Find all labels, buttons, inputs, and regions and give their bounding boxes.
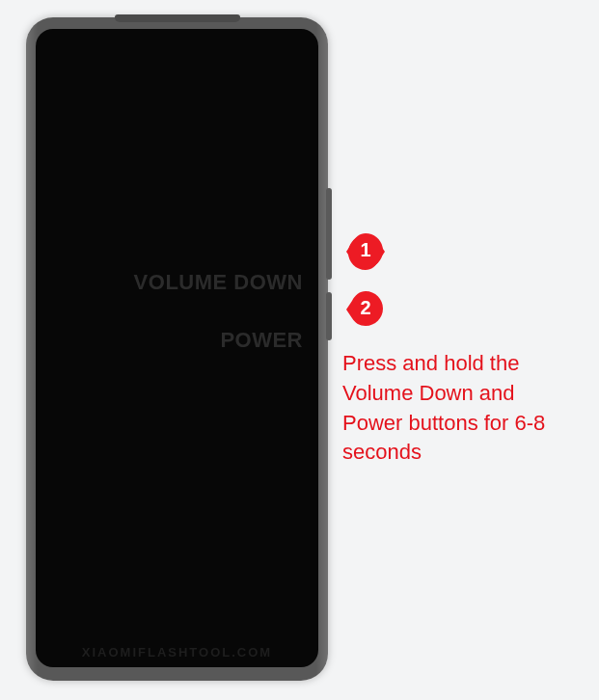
power-button-side <box>326 292 332 340</box>
callout-number-2: 2 <box>360 297 370 319</box>
power-label: POWER <box>220 328 303 353</box>
instruction-text: Press and hold the Volume Down and Power… <box>342 349 564 468</box>
callout-marker-1: 1 <box>344 230 387 273</box>
watermark: XIAOMIFLASHTOOL.COM <box>82 645 272 660</box>
volume-down-label: VOLUME DOWN <box>134 270 303 295</box>
phone-body: VOLUME DOWN POWER XIAOMIFLASHTOOL.COM <box>26 17 328 681</box>
volume-button-side <box>326 188 332 280</box>
callout-marker-2: 2 <box>344 288 387 331</box>
phone-notch <box>115 14 240 22</box>
callout-number-1: 1 <box>360 239 370 261</box>
phone-screen: VOLUME DOWN POWER XIAOMIFLASHTOOL.COM <box>36 29 318 667</box>
